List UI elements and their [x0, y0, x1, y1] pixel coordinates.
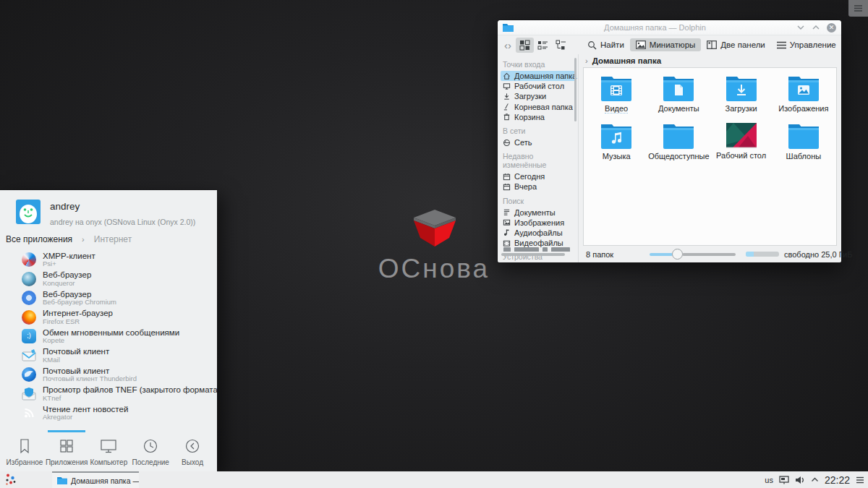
breadcrumb[interactable]: › Домашняя папка [579, 54, 841, 67]
view-compact-button[interactable] [534, 38, 552, 53]
slider-handle[interactable] [672, 249, 683, 260]
folder-icon [503, 23, 514, 32]
places-item-audio[interactable]: Аудиофайлы [503, 228, 578, 238]
device-item-clipped[interactable] [503, 247, 570, 252]
places-vertical-scrollbar[interactable] [574, 58, 576, 121]
image-icon [503, 218, 511, 226]
folder-video[interactable]: Видео [585, 72, 647, 117]
places-item-home[interactable]: Домашняя папка [501, 71, 575, 81]
breadcrumb-all-apps[interactable]: Все приложения [6, 234, 72, 244]
launcher-header: andrey andrey на onyx (OSNova Linux (Ony… [0, 190, 217, 228]
maximize-button[interactable] [812, 25, 820, 30]
split-label: Две панели [720, 40, 765, 49]
compact-view-icon [537, 40, 548, 51]
app-item-kopete[interactable]: ;) Обмен мгновенными сообщениямиKopete [0, 327, 217, 346]
places-item-downloads[interactable]: Загрузки [503, 91, 578, 101]
launcher-tab-bar: Избранное Приложения Компьютер Последние… [0, 430, 217, 471]
folder-downloads-icon [725, 75, 758, 103]
launcher-menu-button[interactable] [4, 473, 19, 487]
clock[interactable]: 22:22 [825, 474, 850, 486]
forward-button[interactable]: › [508, 40, 511, 51]
computer-icon [100, 438, 117, 454]
places-section-header: В сети [503, 127, 578, 135]
kopete-icon: ;) [22, 329, 36, 343]
places-item-network[interactable]: Сеть [503, 137, 578, 147]
system-tray: us 22:22 [765, 474, 864, 486]
icons-view-icon [519, 40, 530, 51]
taskbar: Домашняя папка — Dolphin us 22:22 [0, 471, 868, 488]
places-item-documents[interactable]: Документы [503, 207, 578, 218]
search-icon [587, 40, 597, 50]
slider-track [682, 253, 736, 256]
folder-public[interactable]: Общедоступные [647, 119, 710, 165]
view-details-button[interactable] [552, 38, 570, 53]
file-view[interactable]: Видео Документы [583, 67, 837, 246]
hamburger-icon [777, 41, 786, 49]
desktop: ОСнова Домашняя папка — Dolphin ✕ ‹ › [0, 0, 868, 488]
osnova-logo-text: ОСнова [378, 254, 490, 284]
places-horizontal-scrollbar[interactable] [501, 253, 565, 256]
tab-history[interactable]: Последние [129, 430, 171, 471]
status-bar: 8 папок свободно 25,0 ГиБ [579, 246, 841, 262]
psi-icon [22, 252, 36, 267]
calendar-icon [503, 173, 511, 181]
app-list: XMPP-клиентPsi+ Веб-браузерKonqueror Веб… [0, 247, 217, 430]
desktop-toolbox-button[interactable] [848, 0, 868, 17]
tab-applications[interactable]: Приложения [46, 430, 88, 471]
control-button[interactable]: Управление [771, 38, 842, 51]
find-button[interactable]: Найти [582, 38, 630, 52]
documents-icon [503, 208, 511, 216]
places-item-desktop[interactable]: Рабочий стол [503, 81, 578, 91]
avatar[interactable] [16, 200, 41, 224]
app-item-firefox[interactable]: Интернет-браузерFirefox ESR [0, 308, 217, 328]
trash-icon [503, 113, 511, 121]
keyboard-layout-indicator[interactable]: us [765, 476, 773, 484]
find-label: Найти [600, 40, 624, 49]
folder-music[interactable]: Музыка [585, 119, 647, 165]
app-item-kmail[interactable]: Почтовый клиентKMail [0, 346, 217, 366]
dolphin-toolbar: ‹ › [498, 35, 841, 54]
volume-icon[interactable] [795, 476, 805, 484]
zoom-slider[interactable] [650, 249, 736, 260]
thumbnails-button[interactable]: Миниатюры [630, 38, 701, 51]
app-item-psi[interactable]: XMPP-клиентPsi+ [0, 250, 217, 270]
folder-downloads[interactable]: Загрузки [710, 72, 773, 117]
split-button[interactable]: Две панели [701, 38, 770, 51]
folder-images[interactable]: Изображения [773, 72, 835, 117]
network-icon[interactable] [779, 476, 789, 484]
chevron-right-icon: › [585, 56, 588, 65]
app-item-konqueror[interactable]: Веб-браузерKonqueror [0, 270, 217, 289]
user-name: andrey [50, 201, 195, 212]
app-item-thunderbird[interactable]: Почтовый клиентПочтовый клиент Thunderbi… [0, 365, 217, 385]
tab-leave[interactable]: Выход [171, 430, 213, 471]
dolphin-window: Домашняя папка — Dolphin ✕ ‹ › [498, 20, 841, 262]
places-item-yesterday[interactable]: Вчера [503, 181, 578, 192]
folder-templates[interactable]: Шаблоны [773, 119, 835, 165]
tray-expander-icon[interactable] [811, 477, 819, 482]
app-item-chromium[interactable]: Веб-браузерВеб-браузер Chromium [0, 288, 217, 308]
calendar-icon [503, 183, 511, 191]
panel-menu-icon[interactable] [856, 476, 864, 484]
leave-icon [184, 438, 200, 454]
close-button[interactable]: ✕ [827, 23, 836, 33]
folder-desktop[interactable]: Рабочий стол [710, 119, 773, 165]
places-item-root[interactable]: Корневая папка [503, 102, 578, 112]
places-item-trash[interactable]: Корзина [503, 112, 578, 122]
folder-icon [57, 476, 67, 484]
task-button-dolphin[interactable]: Домашняя папка — Dolphin [52, 471, 139, 488]
app-item-ktnef[interactable]: Просмотр файлов TNEF (закрытого формата,… [0, 385, 217, 404]
titlebar[interactable]: Домашняя папка — Dolphin ✕ [498, 20, 841, 35]
application-launcher: andrey andrey на onyx (OSNova Linux (Ony… [0, 190, 217, 471]
tab-favorites[interactable]: Избранное [4, 430, 46, 471]
free-space-label: свободно 25,0 ГиБ [784, 250, 852, 259]
view-icons-button[interactable] [516, 38, 534, 53]
minimize-button[interactable] [796, 25, 805, 30]
desktop-preview-thumbnail [726, 123, 757, 150]
konqueror-icon [22, 272, 36, 286]
places-item-today[interactable]: Сегодня [503, 171, 578, 181]
tab-computer[interactable]: Компьютер [88, 430, 129, 471]
folder-documents[interactable]: Документы [647, 72, 710, 117]
places-item-images[interactable]: Изображения [503, 218, 578, 228]
app-item-akregator[interactable]: Чтение лент новостейAkregator [0, 403, 217, 423]
folder-music-icon [600, 123, 633, 150]
